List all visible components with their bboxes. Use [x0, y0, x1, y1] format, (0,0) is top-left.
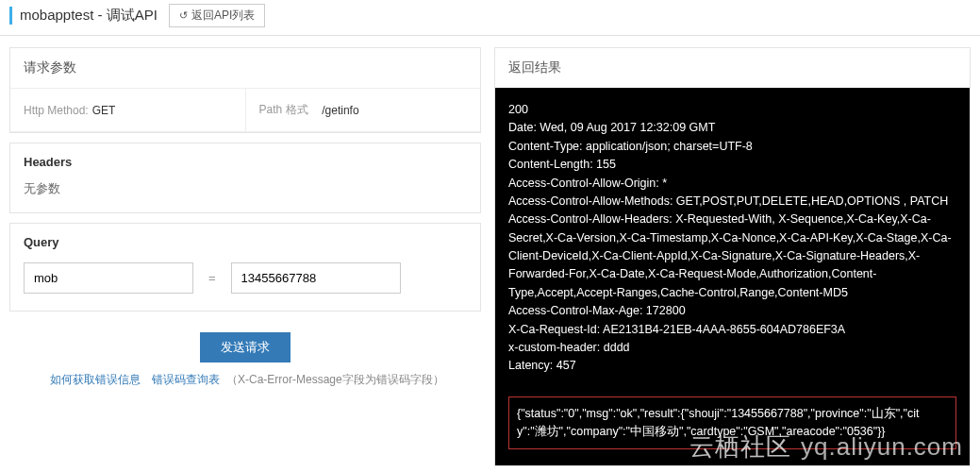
- query-title: Query: [10, 224, 480, 255]
- response-body: {"status":"0","msg":"ok","result":{"shou…: [508, 396, 956, 450]
- response-header-line: Content-Length: 155: [508, 156, 956, 174]
- response-header-line: Date: Wed, 09 Aug 2017 12:32:09 GMT: [508, 119, 956, 137]
- response-header-line: x-custom-header: dddd: [508, 339, 956, 357]
- response-header-line: X-Ca-Request-Id: AE2131B4-21EB-4AAA-8655…: [508, 321, 956, 339]
- query-value-input[interactable]: [231, 262, 401, 294]
- equals-sign: =: [208, 271, 216, 285]
- back-button-label: 返回API列表: [191, 8, 255, 24]
- headers-title: Headers: [10, 143, 480, 175]
- actions-area: 发送请求 如何获取错误信息 错误码查询表 （X-Ca-Error-Message…: [9, 332, 481, 401]
- headers-panel: Headers 无参数: [9, 143, 481, 213]
- response-header-line: Access-Control-Allow-Headers: X-Requeste…: [508, 211, 956, 302]
- query-key-input[interactable]: [24, 262, 193, 294]
- http-method-value: GET: [92, 104, 116, 117]
- send-request-button[interactable]: 发送请求: [200, 332, 291, 362]
- path-cell: Path 格式 /getinfo: [245, 89, 481, 131]
- response-header-line: Latency: 457: [508, 357, 956, 375]
- result-title: 返回结果: [495, 48, 970, 88]
- request-params-title: 请求参数: [10, 48, 480, 89]
- return-arrow-icon: ↺: [179, 9, 188, 22]
- http-method-cell: Http Method: GET: [10, 89, 245, 131]
- error-hint-text: （X-Ca-Error-Message字段为错误码字段）: [226, 373, 444, 386]
- query-panel: Query =: [9, 223, 481, 312]
- status-code: 200: [508, 101, 956, 119]
- response-header-line: Access-Control-Allow-Methods: GET,POST,P…: [508, 193, 956, 211]
- response-header-line: Access-Control-Max-Age: 172800: [508, 302, 956, 320]
- error-code-table-link[interactable]: 错误码查询表: [152, 373, 220, 386]
- path-label: Path 格式: [259, 102, 308, 118]
- response-header-line: Access-Control-Allow-Origin: *: [508, 175, 956, 193]
- response-header-line: Content-Type: application/json; charset=…: [508, 138, 956, 156]
- page-header: mobapptest - 调试API ↺ 返回API列表: [0, 0, 980, 33]
- page-title: mobapptest - 调试API: [20, 7, 158, 23]
- path-value: /getinfo: [322, 104, 358, 117]
- result-console: 200 Date: Wed, 09 Aug 2017 12:32:09 GMTC…: [495, 88, 970, 465]
- request-params-panel: 请求参数 Http Method: GET Path 格式 /getinfo: [9, 47, 481, 133]
- http-method-label: Http Method:: [24, 104, 89, 117]
- response-headers: Date: Wed, 09 Aug 2017 12:32:09 GMTConte…: [508, 119, 956, 375]
- headers-empty-text: 无参数: [10, 175, 480, 212]
- error-info-link[interactable]: 如何获取错误信息: [50, 373, 141, 386]
- back-to-api-list-button[interactable]: ↺ 返回API列表: [169, 4, 265, 27]
- result-panel: 返回结果 200 Date: Wed, 09 Aug 2017 12:32:09…: [494, 47, 971, 466]
